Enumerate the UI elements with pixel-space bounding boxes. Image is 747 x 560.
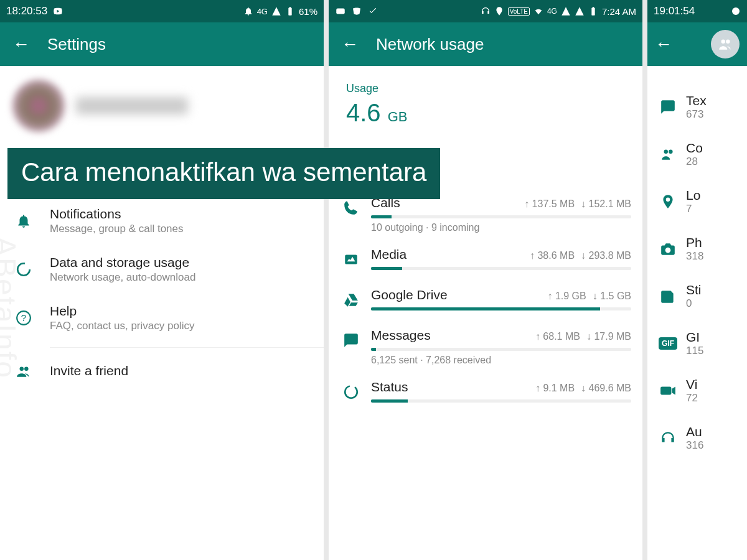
article-title-overlay: Cara menonaktifkan wa sementara — [7, 148, 440, 199]
svg-point-10 — [726, 39, 730, 43]
message-icon — [660, 98, 676, 116]
status-network: 4G — [257, 7, 268, 16]
svg-text:?: ? — [21, 312, 26, 323]
data-icon — [15, 261, 32, 278]
usage-bar — [371, 307, 631, 310]
storage-row-location[interactable]: Lo7 — [647, 178, 747, 225]
back-button[interactable]: ← — [341, 34, 359, 54]
usage-name: Status — [371, 380, 408, 394]
signal-icon-2 — [575, 6, 585, 16]
usage-name: Media — [371, 247, 406, 262]
signal-icon — [561, 6, 571, 16]
usage-name: Google Drive — [371, 287, 448, 302]
phone-settings: 18:20:53 4G 61% ← Settings ChatsBackup, … — [0, 0, 324, 560]
item-title: Invite a friend — [50, 363, 128, 378]
youtube-icon — [335, 6, 346, 17]
settings-item-help[interactable]: ? HelpFAQ, contact us, privacy policy — [0, 294, 324, 342]
back-button[interactable]: ← — [12, 34, 30, 54]
message-icon — [342, 332, 360, 349]
settings-item-notifications[interactable]: NotificationsMessage, group & call tones — [0, 197, 324, 245]
status-time: 7:24 AM — [602, 6, 636, 17]
call-icon — [342, 199, 360, 217]
status-time: 19:01:54 — [654, 5, 695, 17]
item-subtitle: Message, group & call tones — [50, 223, 184, 235]
usage-bar — [371, 267, 631, 270]
app-bar: ← — [647, 22, 747, 66]
usage-bar — [371, 348, 631, 351]
svg-point-8 — [732, 7, 740, 15]
storage-row-text[interactable]: Tex673 — [647, 83, 747, 131]
status-battery: 61% — [299, 6, 317, 17]
invite-icon — [15, 363, 32, 380]
contacts-icon — [660, 146, 676, 163]
headphones-icon — [481, 6, 491, 16]
page-title: Settings — [47, 35, 106, 54]
drive-icon — [342, 291, 360, 309]
item-title: Help — [50, 304, 194, 319]
phone-network-usage: VoLTE 4G 7:24 AM ← Network usage Usage 4… — [329, 0, 642, 560]
usage-stats: ↑ 9.1 MB↓ 469.6 MB — [535, 383, 631, 394]
storage-row-gif[interactable]: GIFGI115 — [647, 320, 747, 367]
usage-detail: 10 outgoing · 9 incoming — [371, 222, 631, 233]
back-button[interactable]: ← — [655, 34, 672, 54]
usage-bar — [371, 399, 631, 403]
item-title: Data and storage usage — [50, 255, 195, 270]
status-icon — [342, 383, 360, 401]
phone-storage: 19:01:54 ← Tex673 Co28 Lo7 Ph318 Sti0 GI… — [647, 0, 747, 560]
app-icon — [731, 6, 741, 16]
status-bar: 18:20:53 4G 61% — [0, 0, 324, 22]
storage-row-video[interactable]: Vi72 — [647, 367, 747, 414]
item-subtitle: FAQ, contact us, privacy policy — [50, 320, 194, 332]
storage-row-photos[interactable]: Ph318 — [647, 225, 747, 273]
usage-row-status[interactable]: Status↑ 9.1 MB↓ 469.6 MB — [329, 373, 642, 414]
item-title: Notifications — [50, 207, 184, 222]
item-subtitle: Network usage, auto-download — [50, 271, 195, 284]
svg-point-7 — [345, 386, 357, 399]
storage-list: Tex673 Co28 Lo7 Ph318 Sti0 GIFGI115 Vi72… — [647, 83, 747, 462]
svg-point-3 — [20, 366, 24, 371]
usage-label: Usage — [346, 82, 629, 95]
svg-point-11 — [664, 149, 669, 154]
settings-item-invite[interactable]: Invite a friend — [0, 353, 324, 390]
discord-icon — [351, 6, 362, 17]
divider — [50, 347, 324, 348]
usage-stats: ↑ 68.1 MB↓ 17.9 MB — [535, 331, 631, 342]
gif-icon: GIF — [660, 335, 676, 352]
page-title: Network usage — [376, 35, 484, 54]
wifi-icon — [533, 6, 543, 16]
usage-row-media[interactable]: Media↑ 38.6 MB↓ 293.8 MB — [329, 241, 642, 281]
status-time: 18:20:53 — [6, 5, 47, 17]
usage-stats: ↑ 38.6 MB↓ 293.8 MB — [530, 250, 631, 261]
volte-icon: VoLTE — [508, 7, 530, 16]
svg-point-12 — [669, 149, 673, 154]
usage-list: Calls↑ 137.5 MB↓ 152.1 MB 10 outgoing · … — [329, 189, 642, 414]
sticker-icon — [660, 287, 676, 305]
usage-name: Messages — [371, 328, 431, 343]
audio-icon — [660, 429, 676, 447]
usage-stats: ↑ 1.9 GB↓ 1.5 GB — [547, 291, 631, 302]
svg-point-0 — [17, 263, 30, 276]
location-icon — [660, 193, 676, 210]
bell-icon — [15, 212, 32, 230]
svg-point-4 — [24, 366, 29, 371]
video-icon — [660, 382, 676, 399]
usage-row-drive[interactable]: Google Drive↑ 1.9 GB↓ 1.5 GB — [329, 281, 642, 322]
storage-row-contacts[interactable]: Co28 — [647, 131, 747, 178]
storage-row-stickers[interactable]: Sti0 — [647, 273, 747, 320]
profile-name-blurred — [76, 97, 188, 114]
settings-item-data[interactable]: Data and storage usageNetwork usage, aut… — [0, 245, 324, 294]
usage-stats: ↑ 137.5 MB↓ 152.1 MB — [524, 198, 631, 210]
svg-rect-5 — [336, 9, 345, 14]
location-icon — [494, 6, 504, 16]
app-bar: ← Network usage — [329, 22, 642, 66]
usage-row-messages[interactable]: Messages↑ 68.1 MB↓ 17.9 MB 6,125 sent · … — [329, 322, 642, 373]
mute-icon — [243, 6, 253, 16]
battery-icon — [588, 6, 598, 16]
status-network: 4G — [547, 7, 557, 16]
usage-bar — [371, 215, 631, 218]
camera-icon — [660, 240, 676, 258]
group-avatar[interactable] — [711, 30, 740, 58]
storage-row-audio[interactable]: Au316 — [647, 414, 747, 462]
status-bar: VoLTE 4G 7:24 AM — [329, 0, 642, 22]
profile-row[interactable] — [0, 66, 324, 148]
